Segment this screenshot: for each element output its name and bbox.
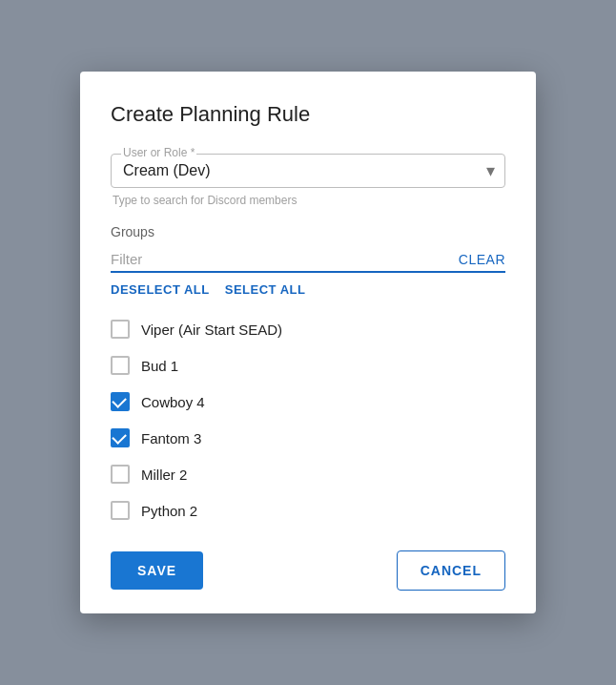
list-item[interactable]: Cowboy 4 — [111, 384, 505, 419]
user-or-role-select[interactable]: Cream (Dev) — [123, 162, 493, 178]
dialog-title: Create Planning Rule — [111, 102, 505, 127]
save-button[interactable]: SAVE — [111, 551, 203, 590]
checkbox-label: Bud 1 — [141, 358, 178, 374]
checkbox-icon[interactable] — [111, 392, 130, 411]
filter-input[interactable] — [111, 247, 451, 271]
list-item[interactable]: Miller 2 — [111, 457, 505, 491]
user-or-role-label: User or Role * — [121, 146, 196, 159]
checkbox-label: Viper (Air Start SEAD) — [141, 322, 282, 338]
checkbox-label: Cowboy 4 — [141, 394, 205, 410]
checkbox-label: Fantom 3 — [141, 430, 201, 446]
checkbox-icon[interactable] — [111, 465, 130, 484]
groups-checkbox-list: Viper (Air Start SEAD)Bud 1Cowboy 4Fanto… — [111, 312, 505, 528]
cancel-button[interactable]: CANCEL — [397, 550, 505, 591]
dialog-footer: SAVE CANCEL — [111, 550, 505, 591]
user-field-hint: Type to search for Discord members — [111, 194, 505, 207]
select-actions: DESELECT ALL SELECT ALL — [111, 282, 505, 297]
filter-row: CLEAR — [111, 247, 505, 273]
clear-button[interactable]: CLEAR — [451, 248, 505, 271]
checkbox-icon[interactable] — [111, 428, 130, 447]
list-item[interactable]: Bud 1 — [111, 348, 505, 383]
deselect-all-button[interactable]: DESELECT ALL — [111, 282, 210, 297]
checkbox-label: Miller 2 — [141, 467, 187, 483]
list-item[interactable]: Fantom 3 — [111, 421, 505, 455]
checkbox-icon[interactable] — [111, 356, 130, 375]
checkbox-icon[interactable] — [111, 501, 130, 520]
checkbox-label: Python 2 — [141, 503, 197, 519]
select-all-button[interactable]: SELECT ALL — [225, 282, 306, 297]
create-planning-rule-dialog: Create Planning Rule User or Role * Crea… — [80, 72, 536, 613]
list-item[interactable]: Viper (Air Start SEAD) — [111, 312, 505, 346]
user-or-role-field: User or Role * Cream (Dev) ▾ — [111, 154, 505, 188]
list-item[interactable]: Python 2 — [111, 493, 505, 528]
checkbox-icon[interactable] — [111, 320, 130, 339]
groups-label: Groups — [111, 224, 505, 239]
